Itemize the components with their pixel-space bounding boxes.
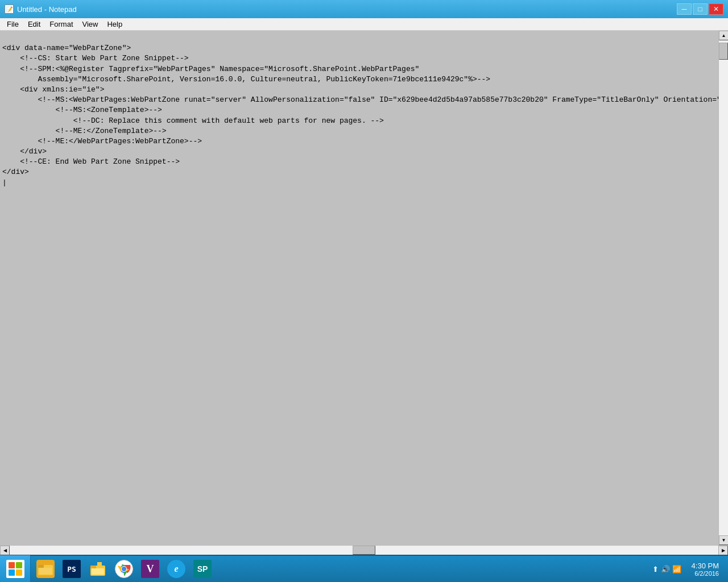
system-tray: ⬆ 🔊 📶 4:30 PM 6/2/2016	[644, 562, 728, 577]
powershell-icon: PS	[63, 560, 81, 578]
taskbar-apps: PS	[31, 558, 644, 580]
maximize-button[interactable]: □	[693, 3, 708, 15]
vertical-scrollbar[interactable]: ▲ ▼	[718, 31, 728, 545]
horizontal-scrollbar[interactable]: ◀ ▶	[0, 545, 728, 555]
tray-icon-2[interactable]: 🔊	[661, 565, 670, 573]
scroll-up-button[interactable]: ▲	[719, 31, 728, 40]
text-editor[interactable]: <div data-name="WebPartZone"> <!--CS: St…	[0, 31, 718, 545]
taskbar-app-ie[interactable]: e	[164, 558, 189, 580]
sharepoint-icon: SP	[193, 560, 212, 578]
window-title: Untitled - Notepad	[17, 5, 77, 14]
system-clock[interactable]: 4:30 PM 6/2/2016	[687, 562, 723, 577]
chrome-icon	[115, 560, 133, 578]
file-manager-icon	[36, 560, 55, 578]
taskbar-app-file-manager[interactable]	[33, 558, 58, 580]
ie-icon: e	[167, 560, 185, 578]
clock-time: 4:30 PM	[692, 562, 719, 570]
taskbar: PS	[0, 555, 728, 582]
clock-date: 6/2/2016	[692, 570, 719, 577]
vs-icon: V	[141, 560, 159, 578]
svg-rect-4	[90, 566, 96, 568]
logo-q2	[16, 562, 22, 568]
taskbar-app-sharepoint[interactable]: SP	[190, 558, 215, 580]
start-button-inner	[6, 560, 24, 578]
scroll-thumb-horizontal[interactable]	[353, 546, 375, 555]
scroll-track-horizontal[interactable]	[10, 546, 718, 555]
tray-icons: ⬆ 🔊 📶	[649, 565, 685, 573]
editor-content: <div data-name="WebPartZone"> <!--CS: St…	[2, 44, 718, 176]
logo-q1	[9, 562, 15, 568]
menu-help[interactable]: Help	[102, 19, 127, 30]
app-icon: 📝	[5, 5, 14, 14]
svg-point-10	[122, 567, 126, 571]
menu-bar: File Edit Format View Help	[0, 18, 728, 31]
windows-logo	[9, 562, 22, 576]
title-bar: 📝 Untitled - Notepad ─ □ ✕	[0, 0, 728, 18]
scroll-track-vertical[interactable]	[719, 40, 728, 535]
taskbar-app-powershell[interactable]: PS	[59, 558, 84, 580]
scroll-down-button[interactable]: ▼	[719, 535, 728, 545]
taskbar-app-chrome[interactable]	[111, 558, 136, 580]
window-controls: ─ □ ✕	[677, 3, 723, 15]
explorer-icon	[89, 560, 107, 578]
logo-q4	[16, 569, 22, 576]
tray-icon-1[interactable]: ⬆	[652, 565, 659, 573]
scroll-right-button[interactable]: ▶	[718, 546, 728, 555]
app-container: <div data-name="WebPartZone"> <!--CS: St…	[0, 31, 728, 555]
start-button[interactable]	[0, 555, 31, 582]
cursor	[2, 178, 7, 187]
taskbar-app-vs[interactable]: V	[138, 558, 163, 580]
menu-format[interactable]: Format	[45, 19, 77, 30]
menu-edit[interactable]: Edit	[23, 19, 45, 30]
svg-rect-6	[97, 562, 102, 566]
menu-file[interactable]: File	[2, 19, 23, 30]
minimize-button[interactable]: ─	[677, 3, 692, 15]
logo-q3	[9, 569, 15, 576]
editor-area: <div data-name="WebPartZone"> <!--CS: St…	[0, 31, 728, 545]
tray-icon-3[interactable]: 📶	[672, 565, 681, 573]
taskbar-app-explorer[interactable]	[85, 558, 110, 580]
svg-rect-5	[92, 568, 104, 575]
scroll-left-button[interactable]: ◀	[0, 546, 10, 555]
title-bar-left: 📝 Untitled - Notepad	[5, 5, 77, 14]
svg-rect-1	[38, 565, 44, 568]
scroll-thumb-vertical[interactable]	[719, 43, 728, 60]
close-button[interactable]: ✕	[709, 3, 723, 15]
svg-rect-2	[39, 568, 52, 574]
menu-view[interactable]: View	[78, 19, 103, 30]
